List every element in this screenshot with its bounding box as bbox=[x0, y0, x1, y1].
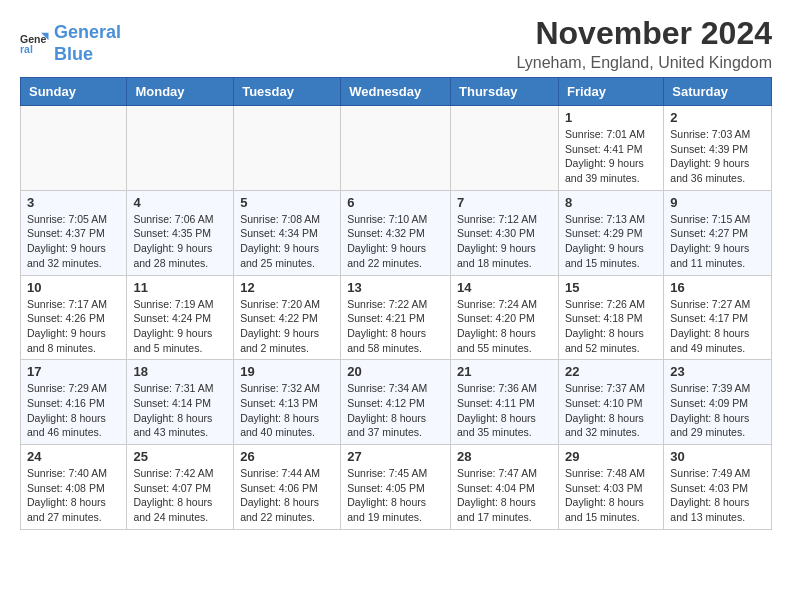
col-thursday: Thursday bbox=[451, 78, 559, 106]
calendar-cell: 23Sunrise: 7:39 AM Sunset: 4:09 PM Dayli… bbox=[664, 360, 772, 445]
day-number: 1 bbox=[565, 110, 657, 125]
day-info: Sunrise: 7:06 AM Sunset: 4:35 PM Dayligh… bbox=[133, 212, 227, 271]
day-number: 11 bbox=[133, 280, 227, 295]
day-info: Sunrise: 7:05 AM Sunset: 4:37 PM Dayligh… bbox=[27, 212, 120, 271]
calendar-week-4: 17Sunrise: 7:29 AM Sunset: 4:16 PM Dayli… bbox=[21, 360, 772, 445]
day-info: Sunrise: 7:03 AM Sunset: 4:39 PM Dayligh… bbox=[670, 127, 765, 186]
day-number: 29 bbox=[565, 449, 657, 464]
day-info: Sunrise: 7:39 AM Sunset: 4:09 PM Dayligh… bbox=[670, 381, 765, 440]
day-info: Sunrise: 7:31 AM Sunset: 4:14 PM Dayligh… bbox=[133, 381, 227, 440]
day-number: 3 bbox=[27, 195, 120, 210]
day-info: Sunrise: 7:29 AM Sunset: 4:16 PM Dayligh… bbox=[27, 381, 120, 440]
day-info: Sunrise: 7:37 AM Sunset: 4:10 PM Dayligh… bbox=[565, 381, 657, 440]
day-number: 30 bbox=[670, 449, 765, 464]
calendar-cell: 10Sunrise: 7:17 AM Sunset: 4:26 PM Dayli… bbox=[21, 275, 127, 360]
calendar-cell: 8Sunrise: 7:13 AM Sunset: 4:29 PM Daylig… bbox=[558, 190, 663, 275]
calendar-cell: 22Sunrise: 7:37 AM Sunset: 4:10 PM Dayli… bbox=[558, 360, 663, 445]
day-info: Sunrise: 7:49 AM Sunset: 4:03 PM Dayligh… bbox=[670, 466, 765, 525]
day-info: Sunrise: 7:19 AM Sunset: 4:24 PM Dayligh… bbox=[133, 297, 227, 356]
calendar-cell bbox=[341, 106, 451, 191]
day-number: 28 bbox=[457, 449, 552, 464]
day-number: 7 bbox=[457, 195, 552, 210]
calendar-week-5: 24Sunrise: 7:40 AM Sunset: 4:08 PM Dayli… bbox=[21, 445, 772, 530]
day-number: 18 bbox=[133, 364, 227, 379]
day-number: 2 bbox=[670, 110, 765, 125]
day-info: Sunrise: 7:12 AM Sunset: 4:30 PM Dayligh… bbox=[457, 212, 552, 271]
day-number: 20 bbox=[347, 364, 444, 379]
calendar-cell: 28Sunrise: 7:47 AM Sunset: 4:04 PM Dayli… bbox=[451, 445, 559, 530]
location: Lyneham, England, United Kingdom bbox=[516, 54, 772, 72]
day-info: Sunrise: 7:40 AM Sunset: 4:08 PM Dayligh… bbox=[27, 466, 120, 525]
calendar-cell: 17Sunrise: 7:29 AM Sunset: 4:16 PM Dayli… bbox=[21, 360, 127, 445]
day-info: Sunrise: 7:44 AM Sunset: 4:06 PM Dayligh… bbox=[240, 466, 334, 525]
day-number: 14 bbox=[457, 280, 552, 295]
day-number: 9 bbox=[670, 195, 765, 210]
day-number: 19 bbox=[240, 364, 334, 379]
col-wednesday: Wednesday bbox=[341, 78, 451, 106]
title-section: November 2024 Lyneham, England, United K… bbox=[516, 15, 772, 72]
day-number: 10 bbox=[27, 280, 120, 295]
calendar-cell: 2Sunrise: 7:03 AM Sunset: 4:39 PM Daylig… bbox=[664, 106, 772, 191]
day-number: 25 bbox=[133, 449, 227, 464]
calendar-cell: 3Sunrise: 7:05 AM Sunset: 4:37 PM Daylig… bbox=[21, 190, 127, 275]
day-number: 17 bbox=[27, 364, 120, 379]
calendar-cell: 14Sunrise: 7:24 AM Sunset: 4:20 PM Dayli… bbox=[451, 275, 559, 360]
calendar-cell: 25Sunrise: 7:42 AM Sunset: 4:07 PM Dayli… bbox=[127, 445, 234, 530]
day-info: Sunrise: 7:20 AM Sunset: 4:22 PM Dayligh… bbox=[240, 297, 334, 356]
day-number: 21 bbox=[457, 364, 552, 379]
day-number: 24 bbox=[27, 449, 120, 464]
calendar-week-1: 1Sunrise: 7:01 AM Sunset: 4:41 PM Daylig… bbox=[21, 106, 772, 191]
calendar-cell: 7Sunrise: 7:12 AM Sunset: 4:30 PM Daylig… bbox=[451, 190, 559, 275]
header-row: Sunday Monday Tuesday Wednesday Thursday… bbox=[21, 78, 772, 106]
day-number: 15 bbox=[565, 280, 657, 295]
month-title: November 2024 bbox=[516, 15, 772, 52]
calendar-cell: 26Sunrise: 7:44 AM Sunset: 4:06 PM Dayli… bbox=[234, 445, 341, 530]
calendar-cell: 1Sunrise: 7:01 AM Sunset: 4:41 PM Daylig… bbox=[558, 106, 663, 191]
day-number: 13 bbox=[347, 280, 444, 295]
day-number: 23 bbox=[670, 364, 765, 379]
col-monday: Monday bbox=[127, 78, 234, 106]
day-info: Sunrise: 7:42 AM Sunset: 4:07 PM Dayligh… bbox=[133, 466, 227, 525]
calendar-cell: 4Sunrise: 7:06 AM Sunset: 4:35 PM Daylig… bbox=[127, 190, 234, 275]
logo-text: General Blue bbox=[54, 22, 121, 65]
day-info: Sunrise: 7:08 AM Sunset: 4:34 PM Dayligh… bbox=[240, 212, 334, 271]
svg-text:ral: ral bbox=[20, 43, 33, 55]
day-info: Sunrise: 7:26 AM Sunset: 4:18 PM Dayligh… bbox=[565, 297, 657, 356]
calendar-cell: 13Sunrise: 7:22 AM Sunset: 4:21 PM Dayli… bbox=[341, 275, 451, 360]
calendar-cell bbox=[451, 106, 559, 191]
col-sunday: Sunday bbox=[21, 78, 127, 106]
day-info: Sunrise: 7:47 AM Sunset: 4:04 PM Dayligh… bbox=[457, 466, 552, 525]
calendar-cell: 16Sunrise: 7:27 AM Sunset: 4:17 PM Dayli… bbox=[664, 275, 772, 360]
calendar-cell: 9Sunrise: 7:15 AM Sunset: 4:27 PM Daylig… bbox=[664, 190, 772, 275]
calendar-cell: 15Sunrise: 7:26 AM Sunset: 4:18 PM Dayli… bbox=[558, 275, 663, 360]
day-number: 27 bbox=[347, 449, 444, 464]
calendar-cell: 21Sunrise: 7:36 AM Sunset: 4:11 PM Dayli… bbox=[451, 360, 559, 445]
day-info: Sunrise: 7:36 AM Sunset: 4:11 PM Dayligh… bbox=[457, 381, 552, 440]
day-info: Sunrise: 7:45 AM Sunset: 4:05 PM Dayligh… bbox=[347, 466, 444, 525]
day-info: Sunrise: 7:10 AM Sunset: 4:32 PM Dayligh… bbox=[347, 212, 444, 271]
day-info: Sunrise: 7:13 AM Sunset: 4:29 PM Dayligh… bbox=[565, 212, 657, 271]
day-info: Sunrise: 7:32 AM Sunset: 4:13 PM Dayligh… bbox=[240, 381, 334, 440]
day-number: 6 bbox=[347, 195, 444, 210]
page-header: Gene ral General Blue November 2024 Lyne… bbox=[0, 0, 792, 77]
day-number: 4 bbox=[133, 195, 227, 210]
calendar-cell: 18Sunrise: 7:31 AM Sunset: 4:14 PM Dayli… bbox=[127, 360, 234, 445]
day-number: 22 bbox=[565, 364, 657, 379]
col-tuesday: Tuesday bbox=[234, 78, 341, 106]
day-info: Sunrise: 7:15 AM Sunset: 4:27 PM Dayligh… bbox=[670, 212, 765, 271]
calendar-cell bbox=[127, 106, 234, 191]
day-number: 26 bbox=[240, 449, 334, 464]
logo: Gene ral General Blue bbox=[20, 22, 121, 65]
calendar-cell: 19Sunrise: 7:32 AM Sunset: 4:13 PM Dayli… bbox=[234, 360, 341, 445]
calendar-wrap: Sunday Monday Tuesday Wednesday Thursday… bbox=[0, 77, 792, 540]
calendar-cell: 27Sunrise: 7:45 AM Sunset: 4:05 PM Dayli… bbox=[341, 445, 451, 530]
day-number: 8 bbox=[565, 195, 657, 210]
calendar-cell: 30Sunrise: 7:49 AM Sunset: 4:03 PM Dayli… bbox=[664, 445, 772, 530]
day-info: Sunrise: 7:01 AM Sunset: 4:41 PM Dayligh… bbox=[565, 127, 657, 186]
calendar-cell: 29Sunrise: 7:48 AM Sunset: 4:03 PM Dayli… bbox=[558, 445, 663, 530]
calendar-cell bbox=[21, 106, 127, 191]
calendar-cell: 11Sunrise: 7:19 AM Sunset: 4:24 PM Dayli… bbox=[127, 275, 234, 360]
day-info: Sunrise: 7:27 AM Sunset: 4:17 PM Dayligh… bbox=[670, 297, 765, 356]
calendar-cell bbox=[234, 106, 341, 191]
day-info: Sunrise: 7:17 AM Sunset: 4:26 PM Dayligh… bbox=[27, 297, 120, 356]
